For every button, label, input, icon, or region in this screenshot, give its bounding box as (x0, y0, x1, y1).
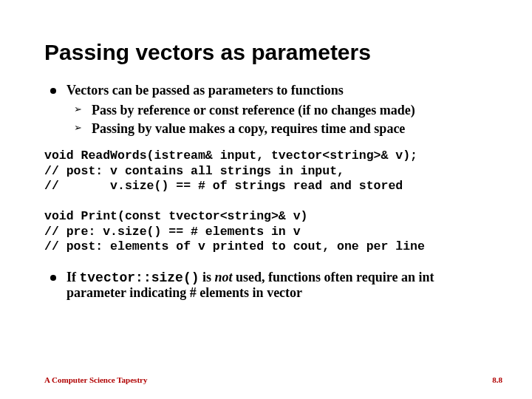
bullet-2-prefix: If (66, 270, 80, 284)
bullet-1: Vectors can be passed as parameters to f… (44, 83, 488, 137)
sub-bullet-2: Passing by value makes a copy, requires … (66, 121, 488, 137)
slide-title: Passing vectors as parameters (44, 40, 488, 65)
slide: Passing vectors as parameters Vectors ca… (0, 0, 532, 399)
code-block-2: void Print(const tvector<string>& v) // … (44, 209, 488, 255)
bullet-2-not: not (215, 270, 233, 284)
footer-right: 8.8 (492, 375, 502, 384)
bullet-list-2: If tvector::size() is not used, function… (44, 270, 488, 301)
sub-bullet-1: Pass by reference or const reference (if… (66, 103, 488, 118)
inline-code: tvector::size() (80, 270, 200, 285)
sub-bullet-list: Pass by reference or const reference (if… (66, 103, 488, 137)
bullet-list-1: Vectors can be passed as parameters to f… (44, 83, 488, 137)
footer-left: A Computer Science Tapestry (44, 375, 147, 384)
bullet-2-mid: is (200, 270, 215, 284)
bullet-2: If tvector::size() is not used, function… (44, 270, 488, 301)
code-block-1: void ReadWords(istream& input, tvector<s… (44, 149, 488, 194)
bullet-1-text: Vectors can be passed as parameters to f… (66, 83, 344, 98)
